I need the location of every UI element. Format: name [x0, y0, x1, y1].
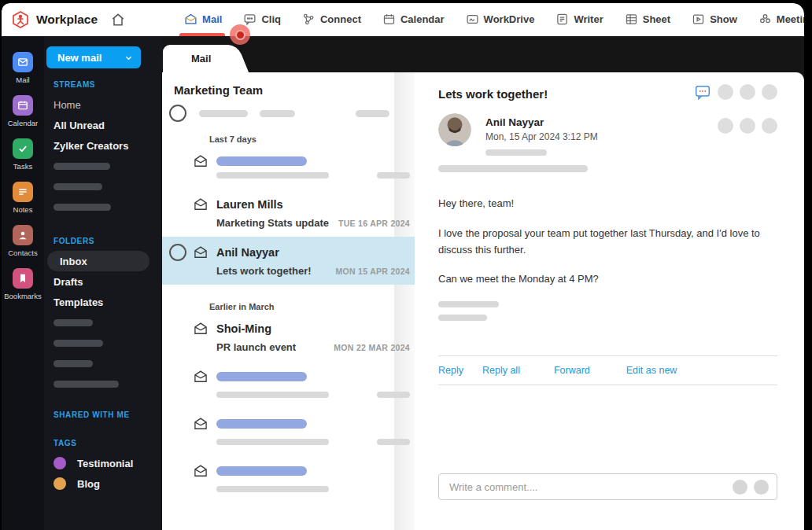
- comment-input[interactable]: [449, 481, 726, 493]
- rail-item-contacts[interactable]: Contacts: [8, 225, 38, 257]
- shared-section-label: SHARED WITH ME: [54, 404, 162, 425]
- tags-section-label: TAGS: [54, 432, 162, 453]
- reply-button[interactable]: Reply: [438, 365, 463, 376]
- skeleton-bar: [438, 315, 487, 321]
- sidebar-item-all-unread[interactable]: All Unread: [54, 115, 162, 135]
- sender-avatar: [438, 113, 471, 146]
- tab-sheet[interactable]: Sheet: [625, 3, 670, 36]
- chevron-down-icon: [124, 53, 133, 62]
- presentation-icon: [692, 13, 705, 26]
- bookmarks-app-icon: [13, 268, 33, 289]
- mail-list-item-placeholder[interactable]: [162, 455, 415, 502]
- message-body: Hey there, team! I love the proposal you…: [438, 196, 773, 288]
- toolbar-button-placeholder[interactable]: [718, 118, 733, 134]
- toolbar-button-placeholder[interactable]: [762, 118, 777, 134]
- mail-list-item-selected[interactable]: Anil Nayyar Lets work together! MON 15 A…: [162, 237, 415, 285]
- tab-connect[interactable]: Connect: [302, 3, 361, 36]
- folder-templates[interactable]: Templates: [54, 292, 162, 312]
- new-mail-button[interactable]: New mail: [46, 46, 141, 68]
- rail-item-calendar[interactable]: Calendar: [8, 95, 39, 127]
- tag-testimonial[interactable]: Testimonial: [54, 453, 162, 473]
- sidebar-item-zylker-creators[interactable]: Zylker Creators: [54, 135, 162, 156]
- main-area: Mail Marketing Team Last 7 days: [162, 36, 804, 530]
- mail-list-item-placeholder[interactable]: [162, 408, 415, 455]
- chat-icon: [243, 13, 257, 26]
- folder-inbox[interactable]: Inbox: [47, 251, 149, 271]
- group-label-earlier-in-march: Earlier in March: [209, 302, 415, 311]
- toolbar-button-placeholder[interactable]: [762, 84, 777, 100]
- skeleton-bar: [356, 110, 389, 117]
- skeleton-bar: [54, 360, 93, 367]
- rail-item-notes[interactable]: Notes: [13, 182, 33, 214]
- forward-button[interactable]: Forward: [554, 365, 590, 376]
- tag-color-dot: [54, 477, 66, 490]
- network-icon: [302, 13, 316, 26]
- comment-icon[interactable]: [694, 83, 711, 101]
- comment-action-placeholder[interactable]: [733, 480, 747, 495]
- click-cursor-indicator: [230, 24, 250, 45]
- envelope-open-icon: [193, 153, 209, 169]
- rail-item-mail[interactable]: Mail: [13, 52, 33, 84]
- mail-list-item[interactable]: Lauren Mills Marketing Stats update TUE …: [162, 189, 415, 237]
- sender-name: Anil Nayyar: [485, 116, 598, 128]
- tab-meeting[interactable]: Meeting: [758, 3, 804, 36]
- envelope-open-icon: [193, 369, 209, 385]
- tab-mail[interactable]: Mail: [184, 3, 222, 36]
- mail-list-item-placeholder[interactable]: [162, 145, 415, 189]
- tag-blog[interactable]: Blog: [54, 473, 162, 494]
- tab-workdrive[interactable]: WorkDrive: [466, 3, 535, 36]
- skeleton-bar: [438, 301, 499, 307]
- brand-name: Workplace: [36, 13, 98, 27]
- content-panel: Marketing Team Last 7 days: [162, 72, 804, 530]
- mail-date: MON 22 MAR 2024: [334, 343, 410, 352]
- home-icon[interactable]: [110, 12, 126, 28]
- folder-drafts[interactable]: Drafts: [54, 271, 162, 292]
- body-paragraph: Hey there, team!: [438, 196, 773, 212]
- app-window: Workplace Mail Cliq: [2, 3, 804, 530]
- envelope-open-icon: [193, 416, 209, 432]
- sheet-icon: [625, 13, 638, 26]
- skeleton-bar: [199, 110, 248, 117]
- mail-list-item-placeholder[interactable]: [162, 361, 415, 408]
- toolbar-button-placeholder[interactable]: [718, 84, 733, 100]
- skeleton-bar: [485, 149, 547, 156]
- skeleton-sender-bar: [216, 466, 307, 476]
- mail-sidebar: New mail STREAMS Home All Unread Zylker …: [44, 36, 162, 530]
- sidebar-item-home[interactable]: Home: [54, 94, 162, 115]
- mail-content-tab[interactable]: Mail: [163, 45, 227, 72]
- reply-all-button[interactable]: Reply all: [482, 365, 520, 376]
- rail-item-tasks[interactable]: Tasks: [13, 138, 33, 171]
- mail-icon: [184, 13, 197, 26]
- group-label-last-7-days: Last 7 days: [209, 134, 415, 144]
- mail-select-radio[interactable]: [169, 244, 186, 261]
- select-all-radio[interactable]: [169, 105, 186, 122]
- writer-icon: [555, 13, 569, 26]
- skeleton-bar: [260, 110, 295, 117]
- skeleton-sender-bar: [216, 372, 307, 381]
- tab-show[interactable]: Show: [692, 3, 737, 36]
- comment-action-placeholder[interactable]: [754, 480, 769, 495]
- envelope-open-icon: [193, 463, 209, 479]
- mail-subject: Marketing Stats update: [216, 217, 329, 229]
- skeleton-subject-bar: [216, 172, 329, 179]
- skeleton-bar: [54, 163, 110, 170]
- toolbar-button-placeholder[interactable]: [740, 118, 755, 134]
- toolbar-button-placeholder[interactable]: [740, 84, 755, 100]
- divider: [438, 385, 777, 385]
- list-title: Marketing Team: [162, 72, 415, 97]
- zoho-logo-icon: [11, 10, 30, 29]
- rail-item-bookmarks[interactable]: Bookmarks: [4, 268, 42, 300]
- mail-list-item[interactable]: Shoi-Ming PR launch event MON 22 MAR 202…: [162, 313, 415, 361]
- skeleton-date-bar: [377, 439, 410, 445]
- body-paragraph: Can we meet the Monday at 4 PM?: [438, 271, 773, 288]
- mail-date: MON 15 APR 2024: [335, 267, 410, 276]
- calendar-icon: [382, 13, 396, 26]
- skeleton-bar: [54, 319, 93, 326]
- mail-subject: PR launch event: [216, 341, 296, 353]
- skeleton-sender-bar: [216, 156, 307, 166]
- contacts-app-icon: [13, 225, 33, 245]
- sidebar-sections: STREAMS Home All Unread Zylker Creators …: [44, 74, 162, 530]
- tab-writer[interactable]: Writer: [555, 3, 603, 36]
- edit-as-new-button[interactable]: Edit as new: [626, 365, 677, 376]
- tab-calendar[interactable]: Calendar: [382, 3, 445, 36]
